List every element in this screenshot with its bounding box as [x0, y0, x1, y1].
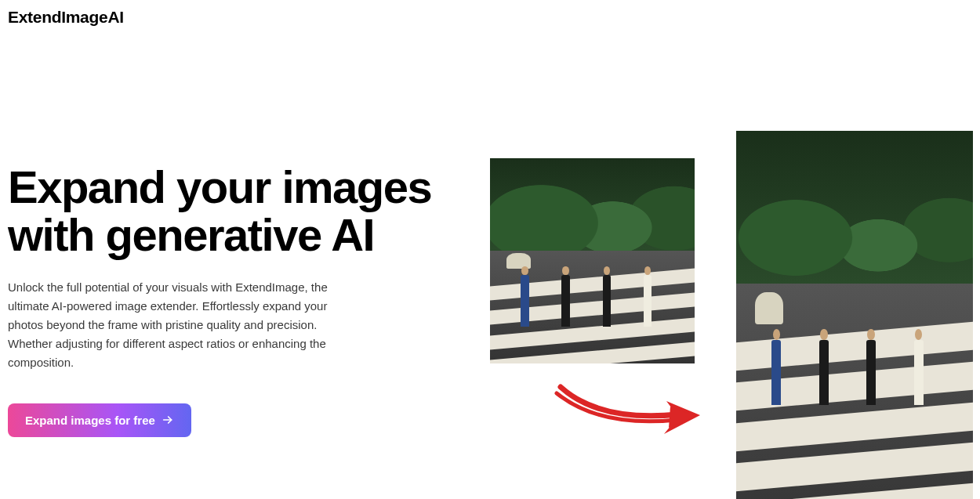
logo[interactable]: ExtendImageAI [8, 8, 972, 27]
cta-label: Expand images for free [25, 414, 155, 427]
main-content: Expand your images with generative AI Un… [0, 34, 980, 437]
hero-text-column: Expand your images with generative AI Un… [8, 34, 463, 437]
hero-demo-column [490, 34, 976, 499]
before-image [490, 158, 695, 363]
arrow-right-icon [162, 414, 174, 426]
hero-headline: Expand your images with generative AI [8, 164, 463, 259]
after-image [736, 131, 973, 499]
hero-description: Unlock the full potential of your visual… [8, 278, 361, 372]
expand-images-button[interactable]: Expand images for free [8, 403, 191, 437]
header: ExtendImageAI [0, 0, 980, 34]
red-arrow-icon [553, 379, 710, 446]
